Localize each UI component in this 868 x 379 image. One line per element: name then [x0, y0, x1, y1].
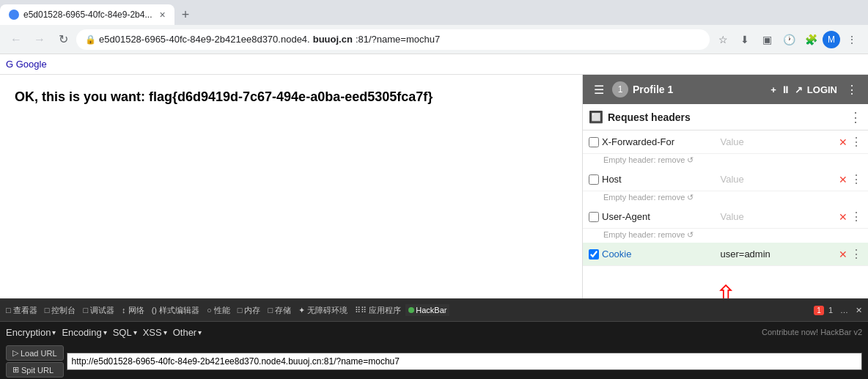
- xss-dropdown[interactable]: XSS ▾: [143, 327, 167, 338]
- header-value-3: Value: [721, 211, 836, 222]
- hb-console[interactable]: □ 控制台: [42, 303, 79, 317]
- section-more-btn[interactable]: ⋮: [849, 109, 862, 125]
- settings-button[interactable]: ⋮: [842, 29, 862, 50]
- hb-badge-1: 1: [825, 304, 836, 316]
- hb-dots[interactable]: …: [837, 304, 851, 316]
- hb-accessibility[interactable]: ✦ 无障碍环境: [295, 303, 350, 317]
- hackbar-contribute: Contribute now! HackBar v2: [762, 328, 862, 336]
- hb-applications[interactable]: ⠿⠿ 应用程序: [352, 303, 404, 317]
- hb-close-devtools[interactable]: ✕: [853, 304, 865, 317]
- tab-title: e5d01528-6965-40fc-84e9-2b4...: [23, 10, 152, 20]
- header-remove-2[interactable]: ✕: [839, 174, 847, 185]
- header-row-3: User-Agent Value ✕ ⋮: [583, 205, 868, 229]
- hb-debugger[interactable]: □ 调试器: [80, 303, 117, 317]
- sql-dropdown[interactable]: SQL ▾: [113, 327, 137, 338]
- load-url-button[interactable]: ▷ Load URL: [6, 345, 64, 361]
- google-label: G Google: [6, 59, 47, 70]
- download-button[interactable]: ⬇: [735, 29, 755, 50]
- address-suffix: :81/?name=mochu7: [356, 34, 440, 45]
- google-bar: G Google: [0, 54, 868, 75]
- hb-memory[interactable]: □ 内存: [235, 303, 264, 317]
- hackbar-toolbar: Encryption ▾ Encoding ▾ SQL ▾ XSS ▾ Othe…: [0, 322, 868, 342]
- pause-btn[interactable]: ⏸: [781, 84, 790, 95]
- hackbar-container: □ 查看器 □ 控制台 □ 调试器 ↕ 网络 () 样式编辑器 ○ 性能 □ 内…: [0, 298, 868, 379]
- hb-network[interactable]: ↕ 网络: [119, 303, 147, 317]
- encoding-dropdown[interactable]: Encoding ▾: [62, 327, 106, 338]
- split-url-button[interactable]: ⊞ Spit URL: [6, 362, 64, 378]
- url-row: ▷ Load URL ⊞ Spit URL: [6, 345, 862, 378]
- other-label: Other: [173, 327, 197, 338]
- hb-storage[interactable]: □ 存储: [265, 303, 294, 317]
- header-more-3[interactable]: ⋮: [850, 210, 862, 224]
- reload-button[interactable]: ↻: [53, 29, 73, 50]
- url-input[interactable]: [67, 353, 862, 370]
- header-note-3: Empty header: remove ↺: [583, 229, 868, 243]
- tab-close-btn[interactable]: ×: [159, 9, 165, 21]
- header-checkbox-2[interactable]: [589, 174, 599, 185]
- header-remove-4[interactable]: ✕: [839, 249, 847, 260]
- hackbar: □ 查看器 □ 控制台 □ 调试器 ↕ 网络 () 样式编辑器 ○ 性能 □ 内…: [0, 298, 868, 379]
- header-checkbox-3[interactable]: [589, 212, 599, 222]
- hackbar-body: ▷ Load URL ⊞ Spit URL ▶ Execute Post dat…: [0, 342, 868, 379]
- header-note-1: Empty header: remove ↺: [583, 154, 868, 168]
- active-tab[interactable]: e5d01528-6965-40fc-84e9-2b4... ×: [0, 4, 174, 25]
- forward-button[interactable]: →: [29, 29, 50, 50]
- redirect-btn[interactable]: ↗: [795, 84, 803, 95]
- header-more-1[interactable]: ⋮: [850, 135, 862, 149]
- header-name-1: X-Forwarded-For: [602, 136, 718, 147]
- modheader-menu-btn[interactable]: ☰: [589, 79, 609, 100]
- flag-text: OK, this is you want: flag{d6d9419d-7c67…: [15, 89, 567, 105]
- header-checkbox-4[interactable]: [589, 249, 599, 260]
- other-arrow: ▾: [198, 328, 202, 336]
- modheader-body: 🔲 Request headers ⋮ X-Forwarded-For Valu…: [583, 104, 868, 298]
- address-text-prefix: e5d01528-6965-40fc-84e9-2b421ee8d370.nod…: [99, 34, 310, 45]
- tab-manager-button[interactable]: ▣: [757, 29, 777, 50]
- secure-icon: 🔒: [85, 34, 96, 45]
- other-dropdown[interactable]: Other ▾: [173, 327, 202, 338]
- profile-button[interactable]: M: [823, 31, 840, 48]
- split-url-label: Spit URL: [21, 366, 54, 375]
- request-headers-section: 🔲 Request headers ⋮: [583, 104, 868, 130]
- modheader-panel: ☰ 1 Profile 1 + ⏸ ↗ LOGIN ⋮ 🔲 Request he…: [582, 75, 868, 298]
- header-name-4: Cookie: [602, 249, 718, 260]
- back-button[interactable]: ←: [6, 29, 26, 50]
- hackbar-badge: 1: [814, 306, 824, 315]
- profile-name: Profile 1: [633, 84, 673, 95]
- address-bold-part: buuoj.cn: [313, 34, 353, 45]
- header-value-2: Value: [721, 174, 836, 185]
- header-value-1: Value: [721, 136, 836, 147]
- header-checkbox-1[interactable]: [589, 137, 599, 147]
- encryption-dropdown[interactable]: Encryption ▾: [6, 327, 56, 338]
- header-row-2: Host Value ✕ ⋮: [583, 168, 868, 191]
- header-remove-3[interactable]: ✕: [839, 211, 847, 223]
- xss-arrow: ▾: [163, 328, 167, 336]
- header-more-4[interactable]: ⋮: [850, 247, 862, 261]
- hb-viewer[interactable]: □ 查看器: [3, 303, 40, 317]
- modheader-more-btn[interactable]: ⋮: [842, 79, 862, 100]
- extensions-button[interactable]: 🧩: [801, 29, 821, 50]
- history-button[interactable]: 🕐: [779, 29, 799, 50]
- header-name-2: Host: [602, 174, 718, 185]
- split-url-icon: ⊞: [12, 365, 19, 375]
- red-arrow-area: ⇧: [583, 266, 868, 298]
- hb-hackbar-tab[interactable]: HackBar: [405, 304, 449, 316]
- browser-toolbar-icons: ☆ ⬇ ▣ 🕐 🧩 M ⋮: [713, 29, 862, 50]
- load-url-icon: ▷: [12, 348, 18, 358]
- hb-performance[interactable]: ○ 性能: [204, 303, 233, 317]
- tab-favicon: [9, 10, 19, 20]
- new-tab-button[interactable]: +: [177, 7, 194, 23]
- sql-label: SQL: [113, 327, 132, 338]
- page-content: OK, this is you want: flag{d6d9419d-7c67…: [0, 75, 582, 298]
- encryption-arrow: ▾: [52, 328, 56, 336]
- header-more-2[interactable]: ⋮: [850, 172, 862, 186]
- encoding-label: Encoding: [62, 327, 101, 338]
- address-bar[interactable]: 🔒 e5d01528-6965-40fc-84e9-2b421ee8d370.n…: [76, 29, 710, 50]
- hb-style[interactable]: () 样式编辑器: [149, 303, 202, 317]
- hackbar-icons-row: □ 查看器 □ 控制台 □ 调试器 ↕ 网络 () 样式编辑器 ○ 性能 □ 内…: [0, 298, 868, 322]
- modheader-toolbar: ☰ 1 Profile 1 + ⏸ ↗ LOGIN ⋮: [583, 75, 868, 104]
- add-profile-btn[interactable]: +: [770, 84, 776, 95]
- login-btn[interactable]: LOGIN: [807, 84, 837, 95]
- hackbar-green-dot: [408, 307, 414, 313]
- bookmark-button[interactable]: ☆: [713, 29, 733, 50]
- header-remove-1[interactable]: ✕: [839, 136, 847, 148]
